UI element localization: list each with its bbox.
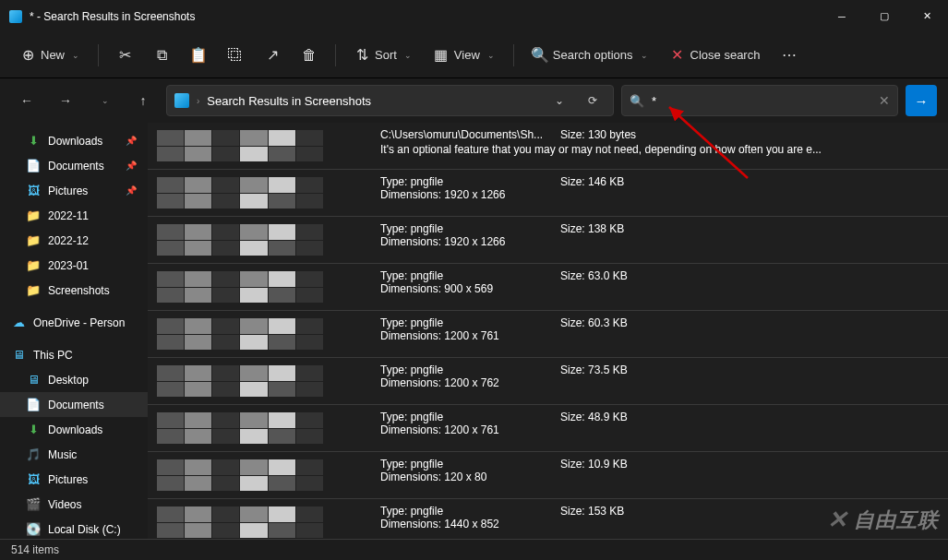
sidebar-label: Pictures	[48, 185, 88, 197]
result-size: Size: 138 KB	[560, 222, 939, 248]
result-row[interactable]: Type: pngfileDimensions: 1920 x 1266Size…	[148, 217, 948, 264]
result-size: Size: 146 KB	[560, 175, 939, 201]
result-row[interactable]: Type: pngfileDimensions: 900 x 569Size: …	[148, 264, 948, 311]
new-button[interactable]: ⊕ New ⌄	[11, 40, 89, 71]
maximize-button[interactable]: ▢	[863, 0, 906, 32]
sidebar-item-pictures[interactable]: 🖼Pictures	[0, 467, 148, 492]
sidebar-item-screenshots[interactable]: 📁Screenshots	[0, 278, 148, 303]
pin-icon: 📌	[126, 136, 137, 146]
drive-icon: 📄	[26, 398, 41, 412]
close-icon: ✕	[670, 48, 685, 63]
sidebar-item-documents[interactable]: 📄Documents📌	[0, 153, 148, 178]
result-size: Size: 73.5 KB	[560, 363, 939, 389]
sidebar-label: Desktop	[48, 374, 89, 387]
sidebar-item-videos[interactable]: 🎬Videos	[0, 492, 148, 517]
paste-button[interactable]: 📋	[182, 40, 215, 71]
search-input[interactable]	[652, 94, 871, 108]
result-row[interactable]: Type: pngfileDimensions: 1200 x 761Size:…	[148, 311, 948, 358]
result-size: Size: 63.0 KB	[560, 269, 939, 295]
new-label: New	[41, 48, 65, 62]
result-type: Type: pngfile	[380, 505, 560, 518]
close-search-label: Close search	[690, 48, 761, 62]
thumbnail	[157, 128, 369, 163]
address-bar[interactable]: › Search Results in Screenshots ⌄ ⟳	[166, 85, 614, 116]
result-dim: Dimensions: 1920 x 1266	[380, 188, 560, 201]
sidebar-label: Local Disk (C:)	[48, 523, 121, 536]
app-icon	[9, 10, 22, 23]
thumbnail	[157, 458, 369, 493]
thumbnail	[157, 269, 369, 304]
results-list: C:\Users\omuru\Documents\Sh...Size: 130 …	[148, 123, 948, 539]
sidebar-item-localdiskc[interactable]: 💽Local Disk (C:)	[0, 517, 148, 539]
result-row[interactable]: Type: pngfileDimensions: 1200 x 761Size:…	[148, 405, 948, 452]
result-size: Size: 130 bytes	[560, 128, 939, 141]
pin-icon: 📌	[126, 161, 137, 171]
view-button[interactable]: ▦ View ⌄	[425, 40, 504, 71]
sidebar-label: Screenshots	[48, 284, 110, 297]
drive-icon: 🖥	[26, 373, 41, 387]
result-type: Type: pngfile	[380, 269, 560, 282]
trash-icon: 🗑	[302, 48, 317, 63]
rename-button[interactable]: ⿻	[219, 40, 252, 71]
thumbnail	[157, 316, 369, 351]
cut-button[interactable]: ✂	[108, 40, 141, 71]
result-dim: Dimensions: 1200 x 761	[380, 423, 560, 436]
sidebar-item-music[interactable]: 🎵Music	[0, 442, 148, 467]
folder-icon: 📁	[26, 209, 41, 223]
drive-icon: 💽	[26, 522, 41, 537]
result-path: C:\Users\omuru\Documents\Sh...	[380, 128, 560, 141]
clear-search-button[interactable]: ✕	[879, 93, 890, 108]
back-button[interactable]: ←	[11, 85, 42, 116]
sort-icon: ⇅	[354, 48, 369, 63]
address-dropdown[interactable]: ⌄	[546, 88, 572, 113]
thumbnail	[157, 222, 369, 257]
folder-icon: 📁	[26, 258, 41, 273]
result-size: Size: 10.9 KB	[560, 458, 939, 483]
sidebar-item-documents[interactable]: 📄Documents	[0, 392, 148, 417]
more-button[interactable]: ⋯	[773, 40, 806, 71]
sort-button[interactable]: ⇅ Sort ⌄	[345, 40, 421, 71]
sidebar-item-thispc[interactable]: 🖥 This PC	[0, 342, 148, 367]
forward-button[interactable]: →	[50, 85, 81, 116]
chevron-down-icon: ⌄	[641, 51, 648, 60]
result-row[interactable]: Type: pngfileDimensions: 120 x 80Size: 1…	[148, 452, 948, 499]
copy-button[interactable]: ⧉	[145, 40, 178, 71]
sidebar-item-2023-01[interactable]: 📁2023-01	[0, 253, 148, 278]
window-title: * - Search Results in Screenshots	[30, 10, 821, 23]
thumbnail	[157, 411, 369, 446]
delete-button[interactable]: 🗑	[293, 40, 326, 71]
result-dim: Dimensions: 1920 x 1266	[380, 235, 560, 248]
result-type: Type: pngfile	[380, 175, 560, 188]
result-row[interactable]: Type: pngfileDimensions: 1920 x 1266Size…	[148, 170, 948, 217]
refresh-button[interactable]: ⟳	[580, 88, 606, 113]
recent-button[interactable]: ⌄	[89, 85, 120, 116]
sidebar-item-pictures[interactable]: 🖼Pictures📌	[0, 178, 148, 203]
result-row[interactable]: Type: pngfileDimensions: 1200 x 762Size:…	[148, 358, 948, 405]
sidebar-item-downloads[interactable]: ⬇Downloads📌	[0, 128, 148, 153]
sidebar-item-desktop[interactable]: 🖥Desktop	[0, 367, 148, 392]
result-type: Type: pngfile	[380, 458, 560, 471]
sidebar-label: OneDrive - Person	[33, 316, 125, 329]
result-type: Type: pngfile	[380, 222, 560, 235]
search-go-button[interactable]: →	[906, 85, 937, 116]
search-options-button[interactable]: 🔍 Search options ⌄	[523, 40, 657, 71]
minimize-button[interactable]: ─	[821, 0, 863, 32]
close-button[interactable]: ✕	[906, 0, 948, 32]
drive-icon: 🎬	[26, 497, 41, 512]
sidebar-item-2022-11[interactable]: 📁2022-11	[0, 203, 148, 228]
sidebar-label: Documents	[48, 399, 104, 411]
close-search-button[interactable]: ✕ Close search	[661, 40, 770, 71]
sidebar-label: 2022-11	[48, 209, 89, 222]
share-button[interactable]: ↗	[256, 40, 289, 71]
sidebar-label: Videos	[48, 498, 81, 511]
watermark-icon: ✕	[827, 506, 848, 534]
sidebar-item-downloads[interactable]: ⬇Downloads	[0, 417, 148, 442]
result-row[interactable]: C:\Users\omuru\Documents\Sh...Size: 130 …	[148, 123, 948, 170]
folder-icon: 📁	[26, 283, 41, 298]
search-box[interactable]: 🔍 ✕	[621, 85, 898, 116]
sidebar-item-onedrive[interactable]: ☁ OneDrive - Person	[0, 310, 148, 335]
sidebar-item-2022-12[interactable]: 📁2022-12	[0, 228, 148, 253]
chevron-down-icon: ⌄	[487, 51, 495, 60]
up-button[interactable]: ↑	[127, 85, 159, 116]
thumbnail	[157, 363, 369, 399]
